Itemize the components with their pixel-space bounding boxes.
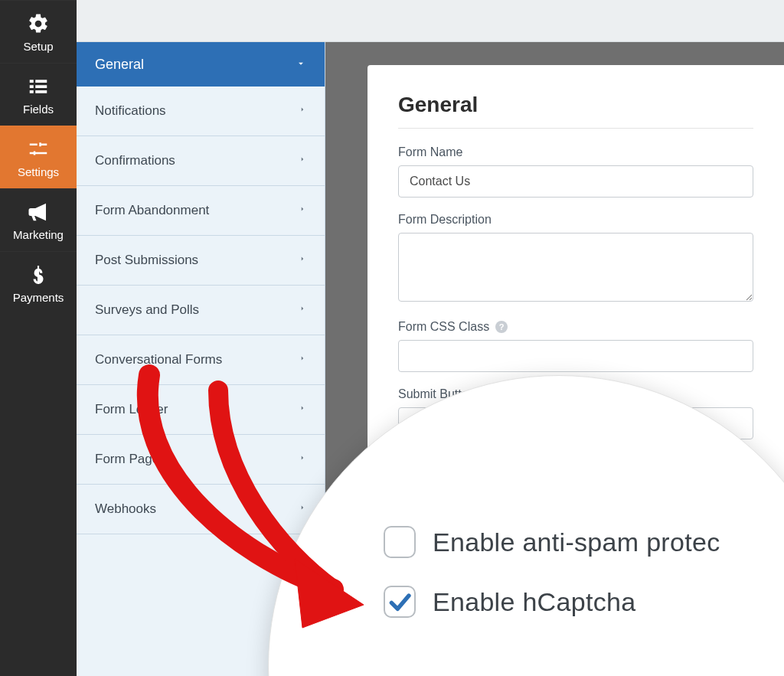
chevron-right-icon: [299, 253, 306, 269]
sidepanel-row-surveys-polls[interactable]: Surveys and Polls: [77, 286, 325, 335]
chevron-right-icon: [299, 501, 306, 518]
iconbar-label: Marketing: [13, 228, 64, 241]
checkbox-label: Enable anti-spam protec: [433, 527, 720, 557]
card-title: General: [398, 93, 753, 129]
form-css-label: Form CSS Class ?: [398, 320, 753, 334]
sidepanel-row-notifications[interactable]: Notifications: [77, 87, 325, 136]
sidepanel-row-conversational-forms[interactable]: Conversational Forms: [77, 335, 325, 385]
chevron-down-icon: [296, 57, 306, 73]
sidepanel-row-label: Form Pages: [95, 452, 166, 467]
sidepanel-row-label: Form Locker: [95, 402, 168, 417]
sidepanel-row-label: Post Submissions: [95, 253, 198, 268]
sidepanel-row-form-pages[interactable]: Form Pages: [77, 435, 325, 485]
chevron-right-icon: [299, 402, 306, 418]
sidepanel-row-post-submissions[interactable]: Post Submissions: [77, 236, 325, 286]
sidepanel-row-confirmations[interactable]: Confirmations: [77, 136, 325, 186]
sidepanel-row-label: Notifications: [95, 103, 166, 119]
checkbox-label: Enable hCaptcha: [433, 587, 635, 617]
sliders-icon: [25, 136, 51, 162]
checkbox-icon[interactable]: [384, 526, 416, 558]
checkbox-checked-icon[interactable]: [384, 586, 416, 618]
iconbar-label: Payments: [13, 291, 64, 304]
sidepanel-row-form-abandonment[interactable]: Form Abandonment: [77, 186, 325, 236]
sidepanel-row-label: Conversational Forms: [95, 352, 222, 367]
form-css-label-text: Form CSS Class: [398, 320, 489, 334]
form-css-input[interactable]: [398, 340, 753, 372]
field-form-css-class: Form CSS Class ?: [398, 320, 753, 372]
sidepanel-row-label: Webhooks: [95, 501, 156, 517]
chevron-right-icon: [299, 302, 306, 318]
sidepanel-row-webhooks[interactable]: Webhooks: [77, 485, 325, 534]
chevron-right-icon: [299, 452, 306, 468]
iconbar-label: Setup: [23, 40, 53, 53]
iconbar-item-marketing[interactable]: Marketing: [0, 188, 77, 251]
sidepanel-row-form-locker[interactable]: Form Locker: [77, 385, 325, 435]
gear-icon: [25, 11, 51, 37]
sidepanel-row-label: Form Abandonment: [95, 203, 209, 218]
form-name-label: Form Name: [398, 145, 753, 159]
sidepanel-header-general[interactable]: General: [77, 42, 325, 87]
iconbar-item-settings[interactable]: Settings: [0, 126, 77, 188]
iconbar-item-fields[interactable]: Fields: [0, 63, 77, 126]
form-name-input[interactable]: [398, 165, 753, 198]
field-form-description: Form Description: [398, 213, 753, 305]
field-form-name: Form Name: [398, 145, 753, 198]
topbar: [77, 0, 784, 42]
checkbox-row-hcaptcha[interactable]: Enable hCaptcha: [384, 586, 784, 618]
dollar-icon: [25, 262, 51, 288]
iconbar: Setup Fields Settings Marketing Payments: [0, 0, 77, 676]
sidepanel-row-label: Surveys and Polls: [95, 302, 199, 318]
checkbox-row-anti-spam[interactable]: Enable anti-spam protec: [384, 526, 784, 558]
bullhorn-icon: [25, 199, 51, 225]
iconbar-item-payments[interactable]: Payments: [0, 251, 77, 314]
sidepanel-row-label: Confirmations: [95, 153, 175, 168]
iconbar-label: Fields: [23, 103, 54, 116]
list-icon: [25, 73, 51, 100]
chevron-right-icon: [299, 153, 306, 169]
chevron-right-icon: [299, 352, 306, 368]
sidepanel-header-label: General: [95, 57, 144, 73]
chevron-right-icon: [299, 203, 306, 219]
form-description-textarea[interactable]: [398, 233, 753, 302]
help-icon[interactable]: ?: [495, 321, 508, 333]
iconbar-label: Settings: [18, 165, 59, 178]
chevron-right-icon: [299, 103, 306, 119]
form-description-label: Form Description: [398, 213, 753, 227]
iconbar-item-setup[interactable]: Setup: [0, 0, 77, 63]
